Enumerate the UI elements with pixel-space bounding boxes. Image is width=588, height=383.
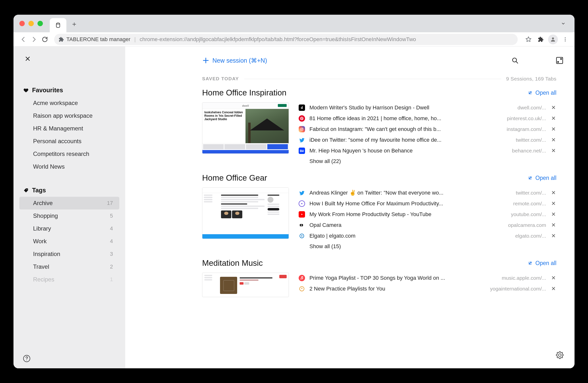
window-minimize-button[interactable]	[28, 21, 34, 26]
tab-overflow-button[interactable]	[558, 18, 569, 29]
browser-tab-bar	[14, 15, 574, 32]
sidebar-fav-item[interactable]: Acme workspace	[19, 97, 119, 109]
session-title[interactable]: Meditation Music	[202, 258, 263, 268]
browser-tab-active[interactable]	[50, 18, 66, 32]
new-tab-button[interactable]	[69, 19, 80, 30]
open-all-button[interactable]: Open all	[527, 90, 556, 96]
svg-point-12	[301, 203, 303, 204]
sidebar-fav-item[interactable]: Competitors research	[19, 148, 119, 160]
tab-row[interactable]: d Modern Writer's Studio by Harrison Des…	[299, 102, 556, 113]
close-tab-button[interactable]: ✕	[550, 211, 556, 218]
tab-domain: behance.net/...	[512, 148, 546, 154]
settings-button[interactable]	[556, 351, 564, 359]
tab-title: My Work From Home Productivity Setup - Y…	[309, 211, 506, 218]
tab-row[interactable]: 2 New Practice Playlists for You yogaint…	[299, 283, 556, 294]
sidebar-tag-item[interactable]: Inspiration3	[19, 248, 119, 260]
plus-icon	[202, 57, 210, 64]
tab-domain: music.apple.com/...	[502, 275, 546, 281]
tab-row[interactable]: Opal Camera opalcamera.com ✕	[299, 220, 556, 230]
open-all-button[interactable]: Open all	[527, 175, 556, 181]
tab-domain: youtube.com/...	[511, 211, 546, 217]
window-maximize-button[interactable]	[38, 21, 43, 26]
tab-row[interactable]: Prime Yoga Playlist - TOP 30 Songs by Yo…	[299, 273, 556, 283]
extensions-button[interactable]	[536, 35, 546, 44]
tab-domain: opalcamera.com	[508, 222, 546, 228]
bookmark-button[interactable]	[524, 35, 533, 44]
tab-domain: elgato.com/...	[515, 233, 546, 239]
close-tab-button[interactable]: ✕	[550, 126, 556, 133]
tab-row[interactable]: 81 Home office ideas in 2021 | home offi…	[299, 113, 556, 124]
sidebar-fav-item[interactable]: Personal accounts	[19, 135, 119, 148]
favicon-elgato	[299, 233, 305, 239]
svg-point-10	[301, 129, 302, 130]
close-tab-button[interactable]: ✕	[550, 222, 556, 228]
search-button[interactable]	[511, 57, 519, 64]
sidebar-tag-item[interactable]: Work4	[19, 235, 119, 248]
tab-row[interactable]: How I Built My Home Office For Maximum P…	[299, 198, 556, 209]
tab-title: Opal Camera	[309, 222, 504, 228]
tab-row[interactable]: My Work From Home Productivity Setup - Y…	[299, 209, 556, 220]
favicon-pinterest	[299, 115, 305, 122]
tab-row[interactable]: iDee on Twitter: "some of my favourite h…	[299, 134, 556, 145]
url-bar[interactable]: TABLERONE tab manager | chrome-extension…	[54, 34, 518, 45]
show-all-button[interactable]: Show all (22)	[309, 158, 556, 164]
tag-count: 4	[110, 238, 114, 245]
session-title[interactable]: Home Office Gear	[202, 173, 267, 183]
svg-point-1	[565, 37, 566, 38]
open-external-icon	[527, 260, 533, 266]
sidebar-fav-item[interactable]: Raison app workspace	[19, 109, 119, 122]
tag-count: 1	[110, 276, 114, 283]
close-tab-button[interactable]: ✕	[550, 104, 556, 111]
tags-header: Tags	[19, 187, 119, 197]
reload-button[interactable]	[40, 34, 50, 45]
close-sidebar-button[interactable]	[24, 55, 119, 62]
show-all-button[interactable]: Show all (15)	[309, 243, 556, 250]
sidebar-tag-item[interactable]: Recipes1	[19, 273, 119, 286]
tab-title: Andreas Klinger ✌️ on Twitter: "Now that…	[309, 190, 511, 196]
tab-title: 2 New Practice Playlists for You	[309, 286, 485, 292]
tab-title: Elgato | elgato.com	[309, 233, 511, 239]
tab-domain: pinterest.co.uk/...	[507, 115, 546, 121]
open-all-button[interactable]: Open all	[527, 260, 556, 267]
close-tab-button[interactable]: ✕	[550, 233, 556, 239]
sidebar-tag-item[interactable]: Shopping5	[19, 210, 119, 222]
close-tab-button[interactable]: ✕	[550, 286, 556, 292]
profile-button[interactable]	[548, 35, 558, 44]
session-thumbnail[interactable]	[202, 273, 289, 297]
sidebar: Favourites Acme workspace Raison app wor…	[14, 46, 125, 368]
tab-title: Prime Yoga Playlist - TOP 30 Songs by Yo…	[309, 275, 497, 281]
sidebar-tag-item[interactable]: Travel2	[19, 260, 119, 273]
window-traffic-lights	[19, 21, 43, 26]
close-tab-button[interactable]: ✕	[550, 137, 556, 143]
url-title: TABLERONE tab manager	[66, 36, 130, 43]
sidebar-fav-item[interactable]: HR & Management	[19, 122, 119, 135]
new-session-button[interactable]: New session (⌘+N)	[202, 57, 267, 64]
svg-point-2	[565, 39, 566, 40]
compact-view-button[interactable]	[555, 56, 564, 65]
session-title[interactable]: Home Office Inspiration	[202, 88, 286, 97]
favicon-youtube	[299, 211, 305, 218]
chrome-menu-button[interactable]	[560, 35, 570, 44]
session-thumbnail[interactable]	[202, 188, 289, 239]
help-button[interactable]	[23, 355, 119, 363]
sidebar-tag-item[interactable]: Library4	[19, 222, 119, 235]
tab-row[interactable]: Elgato | elgato.com elgato.com/... ✕	[299, 230, 556, 241]
svg-point-3	[565, 40, 566, 41]
back-button[interactable]	[18, 34, 29, 45]
tab-row[interactable]: Fabricut on Instagram: "We can't get eno…	[299, 124, 556, 134]
close-tab-button[interactable]: ✕	[550, 190, 556, 196]
sidebar-tag-item[interactable]: Archive17	[19, 197, 119, 210]
close-tab-button[interactable]: ✕	[550, 115, 556, 122]
close-tab-button[interactable]: ✕	[550, 148, 556, 154]
tab-row[interactable]: Bē Mr. Hiep Hoa Nguyen 's house on Behan…	[299, 145, 556, 156]
tab-row[interactable]: Andreas Klinger ✌️ on Twitter: "Now that…	[299, 188, 556, 198]
session-thumbnail[interactable]: dwell lookshelves Conceal lidden Rooms i…	[202, 102, 289, 154]
window-close-button[interactable]	[19, 21, 25, 26]
close-tab-button[interactable]: ✕	[550, 200, 556, 207]
close-tab-button[interactable]: ✕	[550, 275, 556, 281]
sidebar-fav-item[interactable]: World News	[19, 160, 119, 173]
open-external-icon	[527, 90, 533, 96]
tab-title: Modern Writer's Studio by Harrison Desig…	[309, 104, 513, 111]
tab-domain: yogainternational.com/...	[490, 286, 546, 292]
forward-button[interactable]	[29, 34, 40, 45]
